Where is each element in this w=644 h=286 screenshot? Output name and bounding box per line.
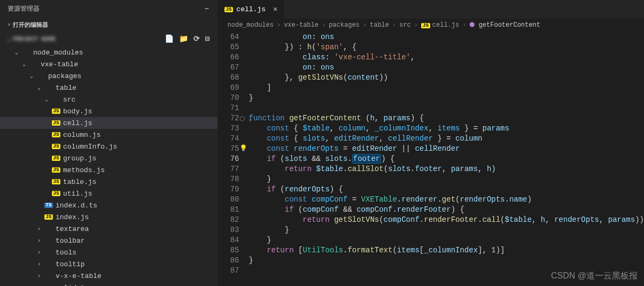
line-number: 83 [218, 225, 239, 235]
tree-item-table-js[interactable]: JStable.js [0, 176, 218, 188]
line-number: 81 [218, 205, 239, 215]
tree-item-toolbar[interactable]: ›toolbar [0, 235, 218, 246]
line-number: 65 [218, 42, 239, 52]
tree-label: v-x-e-table [56, 272, 102, 280]
code-line[interactable]: const { slots, editRender, cellRender } … [249, 134, 644, 144]
breadcrumb-segment[interactable]: ⬢ getFooterContent [469, 21, 540, 29]
project-header[interactable]: ⌄ PROJECT NAME 📄 📁 ⟳ ⊟ [0, 32, 218, 45]
tree-item-index-d-ts[interactable]: TSindex.d.ts [0, 199, 218, 211]
code-line[interactable]: const compConf = VXETable.renderer.get(r… [249, 195, 644, 205]
line-number: 86 [218, 256, 239, 266]
chevron-icon: ⌄ [22, 61, 29, 67]
code-line[interactable]: const renderOpts = editRender || cellRen… [249, 144, 644, 154]
code-line[interactable]: } [249, 225, 644, 235]
line-number: 68 [218, 73, 239, 83]
code-line[interactable]: if (renderOpts) { [249, 184, 644, 195]
tree-label: columnInfo.js [63, 143, 117, 151]
method-icon: ⬢ [469, 21, 475, 29]
line-number: 78 [218, 174, 239, 184]
code-line[interactable]: on: ons [249, 32, 644, 42]
explorer-sidebar: 资源管理器 ⋯ › 打开的编辑器 ⌄ PROJECT NAME 📄 📁 ⟳ ⊟ … [0, 0, 218, 286]
breadcrumb-sep: › [277, 21, 281, 29]
breadcrumb-sep: › [392, 21, 396, 29]
file-tree: ⌄node_modules⌄vxe-table⌄packages⌄table⌄s… [0, 45, 218, 286]
editor-tabs: JS cell.js × [218, 0, 644, 19]
code-line[interactable] [249, 103, 644, 113]
breadcrumb-sep: › [322, 21, 325, 29]
tree-item-node_modules[interactable]: ⌄node_modules [0, 47, 218, 58]
collapse-icon[interactable]: ⊟ [205, 34, 210, 43]
code-line[interactable]: if (slots && slots.footer) { [249, 154, 644, 164]
js-icon: JS [44, 214, 53, 220]
tree-item-src[interactable]: ⌄src [0, 94, 218, 105]
tree-item-table[interactable]: ⌄table [0, 82, 218, 94]
code-line[interactable]: if (compConf && compConf.renderFooter) { [249, 205, 644, 215]
js-icon: JS [51, 167, 61, 173]
js-icon: JS [51, 191, 61, 196]
tree-label: index.d.ts [56, 202, 97, 210]
line-number: 64 [218, 32, 239, 42]
line-number: 77 [218, 164, 239, 174]
tree-item-tooltip[interactable]: ›tooltip [0, 258, 218, 270]
code-line[interactable]: return [UtilTools.formatText(items[_colu… [249, 245, 644, 256]
close-icon[interactable]: × [273, 5, 277, 14]
breadcrumb-segment[interactable]: packages [329, 21, 360, 29]
tree-item-v-x-e-table[interactable]: ›v-x-e-table [0, 270, 218, 282]
code-line[interactable]: const { $table, column, _columnIndex, it… [249, 123, 644, 134]
tree-item-validator[interactable]: ›validator [0, 282, 218, 286]
tree-item-column-js[interactable]: JScolumn.js [0, 129, 218, 141]
code-line[interactable]: on: ons [249, 63, 644, 73]
tree-label: src [63, 96, 75, 104]
code-separator-icon[interactable]: ⬡ ⌄ [239, 114, 252, 125]
tree-item-group-js[interactable]: JSgroup.js [0, 152, 218, 164]
open-editors-section[interactable]: › 打开的编辑器 [0, 18, 218, 32]
refresh-icon[interactable]: ⟳ [193, 34, 200, 43]
tree-item-body-js[interactable]: JSbody.js [0, 105, 218, 117]
tab-cell-js[interactable]: JS cell.js × [218, 0, 285, 19]
more-icon[interactable]: ⋯ [205, 5, 210, 13]
chevron-icon: › [37, 250, 44, 256]
breadcrumb-segment[interactable]: vxe-table [284, 21, 319, 29]
breadcrumb[interactable]: node_modules›vxe-table›packages›table›sr… [218, 19, 644, 31]
line-number: 70 [218, 93, 239, 103]
code-line[interactable]: } [249, 256, 644, 266]
chevron-icon: ⌄ [37, 84, 44, 91]
line-number: 71 [218, 103, 239, 113]
code-line[interactable]: ] [249, 83, 644, 93]
tree-item-tools[interactable]: ›tools [0, 246, 218, 258]
js-icon: JS [51, 109, 61, 114]
js-icon: JS [51, 132, 61, 137]
tree-item-packages[interactable]: ⌄packages [0, 70, 218, 82]
new-file-icon[interactable]: 📄 [165, 34, 174, 43]
breadcrumb-sep: › [462, 21, 466, 29]
tree-item-vxe-table[interactable]: ⌄vxe-table [0, 58, 218, 70]
tree-item-columnInfo-js[interactable]: JScolumnInfo.js [0, 141, 218, 152]
code-line[interactable]: } [249, 174, 644, 184]
lightbulb-icon[interactable]: 💡 [239, 144, 247, 154]
tree-item-methods-js[interactable]: JSmethods.js [0, 164, 218, 176]
breadcrumb-sep: › [363, 21, 367, 29]
tree-item-cell-js[interactable]: JScell.js [0, 117, 218, 129]
code-line[interactable]: function getFooterContent (h, params) { [249, 113, 644, 123]
tree-label: textarea [56, 225, 89, 233]
tree-item-index-js[interactable]: JSindex.js [0, 211, 218, 223]
code-line[interactable]: }) : h('span', { [249, 42, 644, 52]
code-line[interactable]: return getSlotVNs(compConf.renderFooter.… [249, 215, 644, 225]
breadcrumb-segment[interactable]: src [399, 21, 411, 29]
breadcrumb-segment[interactable]: table [370, 21, 389, 29]
code-line[interactable]: return $table.callSlot(slots.footer, par… [249, 164, 644, 174]
tree-item-textarea[interactable]: ›textarea [0, 223, 218, 235]
tree-label: table.js [63, 178, 96, 186]
chevron-right-icon: › [7, 22, 11, 28]
code-line[interactable]: } [249, 235, 644, 245]
breadcrumb-segment[interactable]: node_modules [228, 21, 274, 29]
new-folder-icon[interactable]: 📁 [179, 34, 188, 43]
code-line[interactable]: }, getSlotVNs(content)) [249, 73, 644, 83]
tree-item-util-js[interactable]: JSutil.js [0, 188, 218, 199]
code-area[interactable]: 6465666768697071727374757677787980818283… [218, 31, 644, 286]
code-line[interactable]: } [249, 93, 644, 103]
code-line[interactable]: class: 'vxe-cell--title', [249, 52, 644, 63]
line-number: 67 [218, 63, 239, 73]
code-content[interactable]: on: ons }) : h('span', { class: 'vxe-cel… [249, 32, 644, 286]
breadcrumb-segment[interactable]: JScell.js [421, 21, 459, 29]
